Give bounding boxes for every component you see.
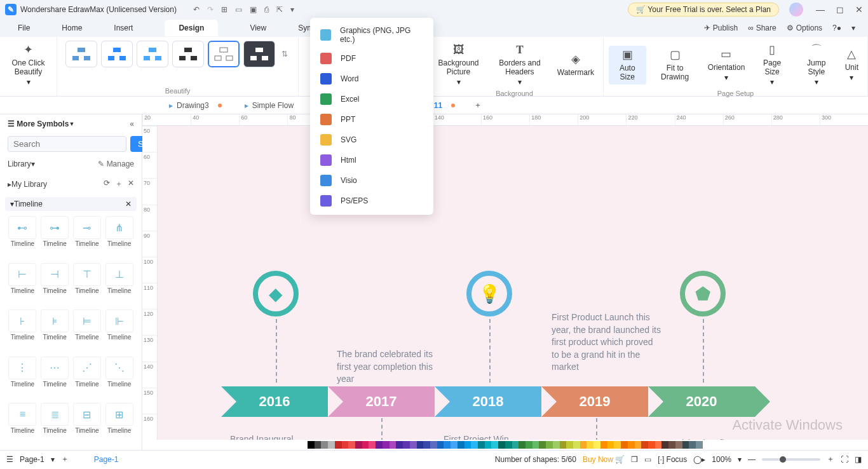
color-swatch[interactable] (335, 441, 342, 449)
color-swatch[interactable] (321, 441, 328, 449)
symbol-item[interactable]: ⊷Timeline (8, 216, 37, 261)
color-swatch[interactable] (696, 441, 703, 449)
symbol-item[interactable]: ⊟Timeline (72, 403, 102, 447)
color-swatch[interactable] (641, 441, 648, 449)
symbol-item[interactable]: ≣Timeline (40, 403, 70, 447)
color-swatch[interactable] (539, 441, 546, 449)
borders-headers[interactable]: 𝐓Borders and Headers ▾ (490, 41, 550, 90)
text-2018[interactable]: First Project WinThe brand got its first… (444, 433, 555, 440)
auto-size[interactable]: ▣Auto Size (609, 46, 646, 84)
trial-banner[interactable]: 🛒 Your Free Trial is over. Select a Plan (628, 3, 779, 17)
color-swatch[interactable] (437, 441, 444, 449)
arrow-2020[interactable]: 2020 (648, 386, 755, 417)
symbol-item[interactable]: ⋰Timeline (72, 357, 102, 401)
style-2[interactable] (101, 41, 133, 67)
color-swatch[interactable] (348, 441, 355, 449)
color-swatch[interactable] (328, 441, 335, 449)
undo-icon[interactable]: ↶ (193, 5, 200, 14)
export-html[interactable]: Html (310, 150, 433, 170)
color-swatch[interactable] (423, 441, 430, 449)
color-swatch[interactable] (369, 441, 376, 449)
page-tab[interactable]: Page-1 (94, 455, 119, 464)
symbol-item[interactable]: ⊣Timeline (40, 263, 70, 308)
symbol-item[interactable]: ⊤Timeline (72, 263, 102, 308)
jump-style[interactable]: ⌒Jump Style ▾ (796, 41, 837, 90)
style-6[interactable] (243, 41, 275, 67)
color-swatch[interactable] (308, 441, 315, 449)
color-swatch[interactable] (430, 441, 437, 449)
one-click-beautify[interactable]: ✦One Click Beautify ▾ (5, 41, 51, 90)
color-swatch[interactable] (661, 441, 668, 449)
color-swatch[interactable] (342, 441, 349, 449)
orientation[interactable]: ▭Orientation ▾ (704, 45, 749, 85)
color-swatch[interactable] (635, 441, 642, 449)
color-swatch[interactable] (648, 441, 655, 449)
panel-icon[interactable]: ◨ (855, 455, 862, 464)
color-swatch[interactable] (621, 441, 628, 449)
color-swatch[interactable] (580, 441, 587, 449)
symbol-item[interactable]: ⊩Timeline (104, 309, 134, 354)
menu-file[interactable]: File (18, 24, 30, 32)
lib-close-icon[interactable]: ✕ (128, 179, 134, 189)
my-library[interactable]: My Library (11, 180, 47, 189)
options-button[interactable]: ⚙ Options (787, 24, 822, 32)
menu-home[interactable]: Home (62, 24, 82, 32)
icon-2018[interactable]: 💡 (466, 271, 512, 316)
color-swatch[interactable] (458, 441, 465, 449)
symbol-item[interactable]: ⊞Timeline (104, 403, 134, 447)
color-swatch[interactable] (485, 441, 492, 449)
export-ppt[interactable]: PPT (310, 109, 433, 130)
color-swatch[interactable] (519, 441, 526, 449)
symbol-item[interactable]: ⊧Timeline (40, 309, 70, 354)
zoom-fit-icon[interactable]: ◯▸ (693, 455, 705, 464)
color-swatch[interactable] (444, 441, 451, 449)
export-icon[interactable]: ⇱ (276, 5, 283, 14)
symbol-item[interactable]: ⋔Timeline (104, 216, 134, 261)
manage-link[interactable]: ✎ Manage (98, 160, 134, 168)
open-icon[interactable]: ▭ (235, 5, 242, 14)
arrow-2018[interactable]: 2018 (435, 386, 541, 417)
color-swatch[interactable] (417, 441, 424, 449)
color-swatch[interactable] (675, 441, 682, 449)
color-swatch[interactable] (376, 441, 383, 449)
page-selector[interactable]: Page-1 ▾ (20, 455, 55, 464)
share-button[interactable]: ∞ Share (748, 24, 776, 32)
color-swatch[interactable] (362, 441, 369, 449)
color-swatch[interactable] (526, 441, 532, 449)
symbol-item[interactable]: ⋯Timeline (40, 357, 70, 401)
color-swatch[interactable] (478, 441, 485, 449)
symbol-item[interactable]: ⋱Timeline (104, 357, 134, 401)
color-swatch[interactable] (607, 441, 614, 449)
add-tab-icon[interactable]: ＋ (466, 100, 489, 111)
text-2019[interactable]: First Product Launch this year, the bran… (552, 311, 663, 374)
export-ps-eps[interactable]: PS/EPS (310, 191, 433, 211)
color-swatch[interactable] (505, 441, 512, 449)
color-swatch[interactable] (383, 441, 390, 449)
fit-drawing[interactable]: ▢Fit to Drawing (650, 46, 700, 84)
qat-more-icon[interactable]: ▾ (290, 5, 294, 14)
text-2017[interactable]: The brand celebrated its first year comp… (337, 348, 448, 386)
export-excel[interactable]: Excel (310, 89, 433, 109)
close-icon[interactable]: ✕ (855, 4, 863, 15)
color-swatch[interactable] (451, 441, 458, 449)
export-graphics-png-jpg-etc-[interactable]: Graphics (PNG, JPG etc.) (310, 22, 433, 48)
arrow-2019[interactable]: 2019 (541, 386, 648, 417)
export-svg[interactable]: SVG (310, 130, 433, 150)
color-swatch[interactable] (566, 441, 573, 449)
publish-button[interactable]: ✈ Publish (704, 24, 738, 32)
focus-button[interactable]: [·] Focus (658, 455, 687, 464)
style-4[interactable] (172, 41, 204, 67)
color-swatch[interactable] (560, 441, 567, 449)
collapse-sidebar-icon[interactable]: « (130, 119, 134, 128)
layers-icon[interactable]: ❒ (631, 455, 638, 464)
print-icon[interactable]: ⎙ (264, 5, 269, 14)
buy-now[interactable]: Buy Now 🛒 (583, 455, 625, 464)
lib-refresh-icon[interactable]: ⟳ (104, 179, 110, 189)
color-swatch[interactable] (390, 441, 397, 449)
symbol-item[interactable]: ⊥Timeline (104, 263, 134, 308)
export-pdf[interactable]: PDF (310, 48, 433, 69)
symbol-item[interactable]: ⊶Timeline (40, 216, 70, 261)
outline-icon[interactable]: ☰ (6, 455, 13, 464)
zoom-slider[interactable] (762, 458, 820, 461)
help-icon[interactable]: ?● (832, 24, 841, 32)
